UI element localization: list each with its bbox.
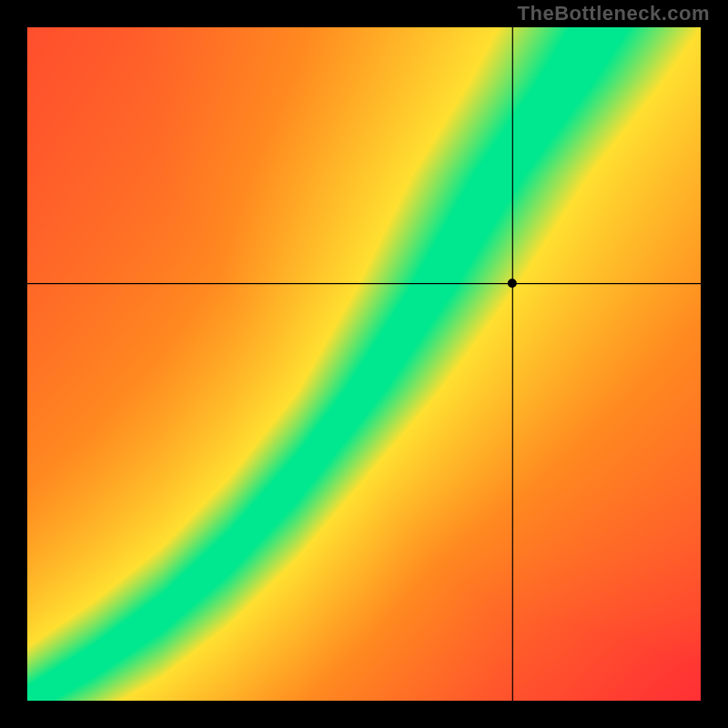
watermark-text: TheBottleneck.com bbox=[518, 2, 710, 25]
chart-frame: TheBottleneck.com bbox=[0, 0, 728, 728]
bottleneck-heatmap bbox=[27, 27, 701, 701]
